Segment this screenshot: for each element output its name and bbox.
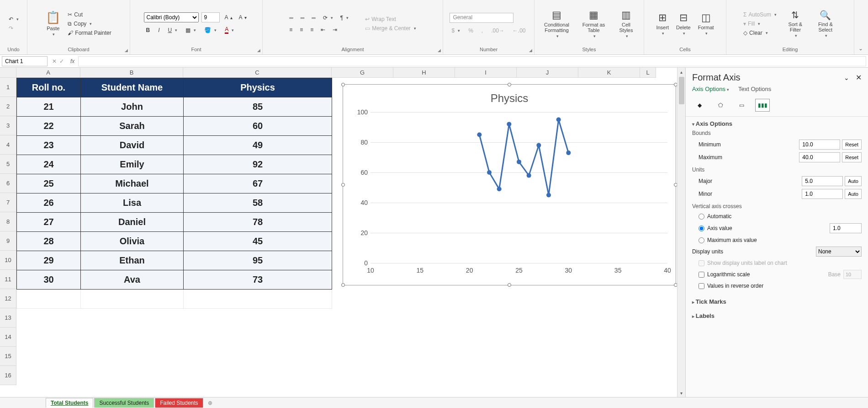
table-cell[interactable] [184, 290, 332, 309]
row-header[interactable]: 8 [0, 212, 16, 231]
row-header[interactable]: 14 [0, 327, 16, 347]
new-sheet-button[interactable]: ⊕ [204, 400, 216, 406]
row-header[interactable]: 3 [0, 116, 16, 135]
cell-styles-button[interactable]: ▥Cell Styles [613, 8, 640, 39]
sheet-tab-total[interactable]: Total Students [46, 398, 93, 408]
find-select-button[interactable]: 🔍Find & Select [812, 9, 839, 39]
increase-indent-button[interactable]: ⇥ [331, 26, 339, 34]
table-cell[interactable]: 49 [184, 136, 332, 155]
table-cell[interactable]: 23 [17, 136, 81, 155]
table-cell[interactable]: 28 [17, 232, 81, 251]
row-header[interactable]: 1 [0, 78, 16, 97]
table-cell[interactable]: Emily [81, 155, 184, 174]
conditional-formatting-button[interactable]: ▤Conditional Formatting [539, 8, 575, 39]
dialog-launcher-icon[interactable]: ◢ [529, 48, 532, 53]
row-header[interactable]: 6 [0, 174, 16, 193]
table-cell[interactable]: 60 [184, 117, 332, 136]
align-center-button[interactable]: ≡ [298, 26, 305, 34]
column-header[interactable]: K [578, 68, 640, 78]
cut-button[interactable]: ✂Cut [66, 11, 113, 19]
fill-color-button[interactable]: 🪣 [202, 26, 218, 34]
enter-formula-button[interactable]: ✓ [59, 58, 64, 64]
sheet-tab-failed[interactable]: Failed Students [155, 398, 203, 408]
scroll-up-arrow-icon[interactable]: ▴ [677, 68, 685, 76]
table-cell[interactable] [17, 290, 81, 309]
wrap-text-button[interactable]: ↩Wrap Text [363, 15, 418, 23]
auto-major-button[interactable]: Auto [845, 176, 862, 186]
table-cell[interactable]: Sarah [81, 117, 184, 136]
dialog-launcher-icon[interactable]: ◢ [125, 48, 128, 53]
table-cell[interactable]: Lisa [81, 193, 184, 213]
accounting-format-button[interactable]: $ [450, 27, 462, 35]
format-painter-button[interactable]: 🖌Format Painter [66, 29, 113, 37]
table-cell[interactable]: 92 [184, 155, 332, 174]
table-cell[interactable]: John [81, 97, 184, 117]
dialog-launcher-icon[interactable]: ◢ [257, 48, 260, 53]
column-header[interactable]: J [517, 68, 578, 78]
bold-button[interactable]: B [144, 26, 152, 34]
table-cell[interactable] [81, 290, 184, 309]
display-units-select[interactable]: None [816, 247, 862, 257]
font-size-input[interactable] [201, 12, 220, 22]
vertical-scrollbar[interactable]: ▴ ▾ [677, 68, 685, 397]
fx-icon[interactable]: fx [67, 58, 78, 64]
chart-title[interactable]: Physics [343, 92, 676, 105]
row-header[interactable]: 11 [0, 270, 16, 289]
log-scale-checkbox[interactable] [699, 272, 704, 278]
format-cells-button[interactable]: ◫Format [696, 11, 716, 37]
undo-button[interactable]: ↶ [7, 15, 21, 23]
fill-line-icon[interactable]: ◆ [692, 99, 707, 112]
effects-icon[interactable]: ⬠ [713, 99, 728, 112]
tab-axis-options[interactable]: Axis Options [692, 86, 729, 92]
formula-input[interactable] [78, 56, 866, 66]
decrease-font-button[interactable]: A▾ [237, 13, 249, 21]
table-cell[interactable]: 30 [17, 270, 81, 290]
sort-filter-button[interactable]: ⇅Sort & Filter [782, 9, 809, 39]
increase-decimal-button[interactable]: .00→ [489, 27, 506, 35]
table-cell[interactable]: 78 [184, 213, 332, 232]
vac-automatic-radio[interactable] [699, 214, 704, 220]
sheet-tab-successful[interactable]: Successful Students [94, 398, 154, 408]
underline-button[interactable]: U [166, 26, 180, 34]
format-as-table-button[interactable]: ▦Format as Table [578, 8, 609, 39]
align-left-button[interactable]: ≡ [287, 26, 294, 34]
table-cell[interactable]: 24 [17, 155, 81, 174]
tab-text-options[interactable]: Text Options [738, 86, 771, 92]
collapse-ribbon-button[interactable]: ⌄ [854, 0, 867, 54]
table-cell[interactable]: Olivia [81, 232, 184, 251]
insert-cells-button[interactable]: ⊞Insert [654, 11, 671, 37]
close-icon[interactable]: ✕ [856, 73, 862, 82]
column-header[interactable]: H [393, 68, 455, 78]
table-cell[interactable]: 45 [184, 232, 332, 251]
table-cell[interactable]: 85 [184, 97, 332, 117]
delete-cells-button[interactable]: ⊟Delete [674, 11, 693, 37]
cancel-formula-button[interactable]: ✕ [52, 58, 57, 64]
comma-format-button[interactable]: , [480, 27, 485, 35]
scroll-down-arrow-icon[interactable]: ▾ [677, 389, 685, 397]
align-middle-button[interactable]: ═ [299, 14, 307, 22]
number-format-select[interactable]: General [450, 13, 513, 23]
section-tick-marks[interactable]: Tick Marks [692, 298, 862, 305]
row-header[interactable]: 4 [0, 135, 16, 155]
column-header[interactable]: G [332, 68, 393, 78]
table-cell[interactable]: 95 [184, 251, 332, 270]
table-cell[interactable]: 22 [17, 117, 81, 136]
reverse-order-checkbox[interactable] [699, 283, 704, 289]
decrease-decimal-button[interactable]: ←.00 [511, 27, 528, 35]
minor-unit-input[interactable] [802, 189, 843, 199]
align-bottom-button[interactable]: ═ [310, 14, 318, 22]
row-header[interactable]: 9 [0, 231, 16, 251]
orientation-button[interactable]: ⟳ [321, 14, 335, 22]
row-header[interactable]: 15 [0, 347, 16, 366]
table-cell[interactable]: 21 [17, 97, 81, 117]
chart-series[interactable] [370, 112, 508, 181]
clear-button[interactable]: ◇Clear [741, 29, 778, 37]
table-cell[interactable]: Ava [81, 270, 184, 290]
section-axis-options[interactable]: Axis Options [692, 120, 862, 127]
column-header[interactable]: I [455, 68, 517, 78]
borders-button[interactable]: ▦ [184, 26, 198, 34]
row-header[interactable]: 10 [0, 251, 16, 270]
font-color-button[interactable]: A [223, 25, 236, 35]
fill-button[interactable]: ▾Fill [741, 20, 778, 28]
vac-axis-value-radio[interactable] [699, 225, 704, 231]
